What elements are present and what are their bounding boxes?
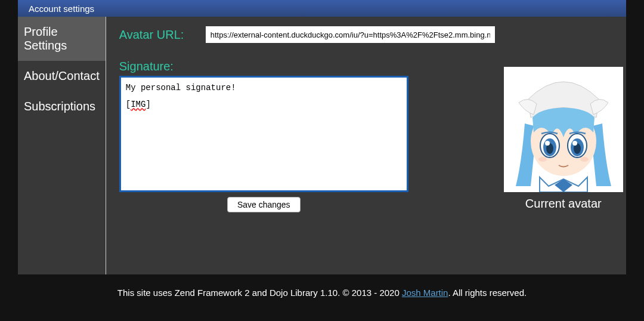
sidebar-item-profile-settings[interactable]: Profile Settings: [18, 17, 106, 61]
sidebar-item-subscriptions[interactable]: Subscriptions: [18, 91, 106, 122]
signature-line-1: My personal signature!: [126, 81, 402, 94]
save-button-label: Save changes: [237, 200, 290, 209]
save-changes-button[interactable]: Save changes: [227, 197, 301, 212]
signature-img-tag: IMG: [131, 100, 145, 109]
sidebar: Profile Settings About/Contact Subscript…: [18, 17, 106, 274]
sidebar-item-label: About/Contact: [24, 69, 100, 82]
svg-point-9: [572, 141, 577, 146]
account-settings-header: Account settings: [18, 0, 626, 17]
avatar-url-row: Avatar URL:: [119, 26, 495, 43]
form-area: Avatar URL: Signature: My personal signa…: [119, 26, 495, 265]
avatar-illustration-icon: [504, 67, 623, 192]
avatar-url-label: Avatar URL:: [119, 28, 206, 42]
main-panel: Profile Settings About/Contact Subscript…: [18, 17, 626, 274]
sidebar-item-label: Subscriptions: [24, 100, 95, 113]
footer: This site uses Zend Framework 2 and Dojo…: [18, 288, 626, 298]
avatar-panel: Current avatar: [495, 26, 632, 265]
signature-line-2: [IMG]: [126, 98, 402, 111]
signature-label: Signature:: [119, 60, 495, 73]
save-row: Save changes: [119, 197, 408, 212]
svg-point-5: [545, 141, 550, 146]
content-area: Avatar URL: Signature: My personal signa…: [106, 17, 644, 274]
svg-point-11: [580, 157, 589, 162]
svg-point-10: [538, 157, 547, 162]
signature-section: Signature: My personal signature! [IMG] …: [119, 60, 495, 212]
avatar-url-input[interactable]: [206, 26, 495, 43]
header-title: Account settings: [29, 4, 94, 14]
footer-author-link[interactable]: Josh Martin: [402, 288, 448, 298]
footer-text-before: This site uses Zend Framework 2 and Dojo…: [117, 288, 402, 298]
footer-text-after: . All rights reserved.: [448, 288, 527, 298]
sidebar-item-about-contact[interactable]: About/Contact: [18, 61, 106, 91]
signature-textarea[interactable]: My personal signature! [IMG]: [119, 76, 408, 192]
sidebar-item-label: Profile Settings: [24, 25, 67, 52]
current-avatar-image: [504, 67, 623, 192]
avatar-caption: Current avatar: [525, 197, 602, 211]
